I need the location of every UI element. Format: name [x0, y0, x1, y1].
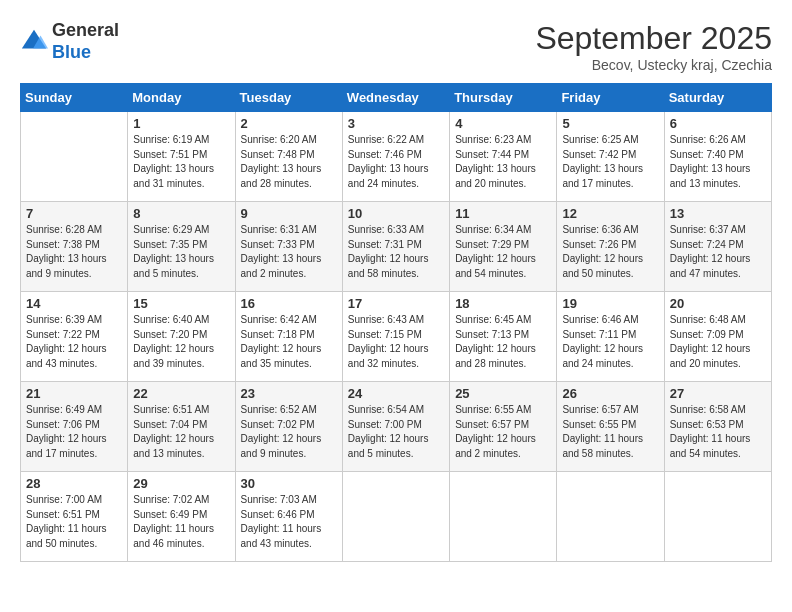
day-number: 21 — [26, 386, 122, 401]
day-number: 29 — [133, 476, 229, 491]
calendar-day-cell: 4Sunrise: 6:23 AMSunset: 7:44 PMDaylight… — [450, 112, 557, 202]
weekday-header: Friday — [557, 84, 664, 112]
calendar-day-cell: 18Sunrise: 6:45 AMSunset: 7:13 PMDayligh… — [450, 292, 557, 382]
calendar-day-cell: 5Sunrise: 6:25 AMSunset: 7:42 PMDaylight… — [557, 112, 664, 202]
calendar-day-cell: 30Sunrise: 7:03 AMSunset: 6:46 PMDayligh… — [235, 472, 342, 562]
day-info: Sunrise: 6:20 AMSunset: 7:48 PMDaylight:… — [241, 133, 337, 191]
calendar-week-row: 21Sunrise: 6:49 AMSunset: 7:06 PMDayligh… — [21, 382, 772, 472]
month-year: September 2025 — [535, 20, 772, 57]
calendar-day-cell: 23Sunrise: 6:52 AMSunset: 7:02 PMDayligh… — [235, 382, 342, 472]
day-number: 27 — [670, 386, 766, 401]
calendar-day-cell: 22Sunrise: 6:51 AMSunset: 7:04 PMDayligh… — [128, 382, 235, 472]
day-info: Sunrise: 6:33 AMSunset: 7:31 PMDaylight:… — [348, 223, 444, 281]
day-number: 19 — [562, 296, 658, 311]
weekday-header: Sunday — [21, 84, 128, 112]
day-number: 25 — [455, 386, 551, 401]
calendar-day-cell: 14Sunrise: 6:39 AMSunset: 7:22 PMDayligh… — [21, 292, 128, 382]
day-info: Sunrise: 6:45 AMSunset: 7:13 PMDaylight:… — [455, 313, 551, 371]
logo-icon — [20, 28, 48, 56]
weekday-header: Saturday — [664, 84, 771, 112]
calendar-day-cell: 17Sunrise: 6:43 AMSunset: 7:15 PMDayligh… — [342, 292, 449, 382]
day-number: 11 — [455, 206, 551, 221]
day-info: Sunrise: 6:57 AMSunset: 6:55 PMDaylight:… — [562, 403, 658, 461]
day-info: Sunrise: 6:52 AMSunset: 7:02 PMDaylight:… — [241, 403, 337, 461]
calendar-day-cell: 12Sunrise: 6:36 AMSunset: 7:26 PMDayligh… — [557, 202, 664, 292]
day-info: Sunrise: 6:40 AMSunset: 7:20 PMDaylight:… — [133, 313, 229, 371]
calendar-day-cell: 10Sunrise: 6:33 AMSunset: 7:31 PMDayligh… — [342, 202, 449, 292]
day-info: Sunrise: 6:49 AMSunset: 7:06 PMDaylight:… — [26, 403, 122, 461]
day-info: Sunrise: 6:36 AMSunset: 7:26 PMDaylight:… — [562, 223, 658, 281]
day-info: Sunrise: 7:03 AMSunset: 6:46 PMDaylight:… — [241, 493, 337, 551]
calendar-day-cell: 26Sunrise: 6:57 AMSunset: 6:55 PMDayligh… — [557, 382, 664, 472]
day-info: Sunrise: 6:22 AMSunset: 7:46 PMDaylight:… — [348, 133, 444, 191]
day-number: 12 — [562, 206, 658, 221]
calendar-day-cell: 27Sunrise: 6:58 AMSunset: 6:53 PMDayligh… — [664, 382, 771, 472]
calendar-week-row: 1Sunrise: 6:19 AMSunset: 7:51 PMDaylight… — [21, 112, 772, 202]
calendar-day-cell: 3Sunrise: 6:22 AMSunset: 7:46 PMDaylight… — [342, 112, 449, 202]
page-header: General Blue September 2025 Becov, Ustec… — [20, 20, 772, 73]
day-number: 30 — [241, 476, 337, 491]
weekday-header: Monday — [128, 84, 235, 112]
calendar-table: SundayMondayTuesdayWednesdayThursdayFrid… — [20, 83, 772, 562]
weekday-header: Wednesday — [342, 84, 449, 112]
day-info: Sunrise: 6:28 AMSunset: 7:38 PMDaylight:… — [26, 223, 122, 281]
day-info: Sunrise: 6:25 AMSunset: 7:42 PMDaylight:… — [562, 133, 658, 191]
day-number: 18 — [455, 296, 551, 311]
day-number: 7 — [26, 206, 122, 221]
day-number: 14 — [26, 296, 122, 311]
calendar-day-cell: 11Sunrise: 6:34 AMSunset: 7:29 PMDayligh… — [450, 202, 557, 292]
day-number: 2 — [241, 116, 337, 131]
calendar-day-cell: 21Sunrise: 6:49 AMSunset: 7:06 PMDayligh… — [21, 382, 128, 472]
day-info: Sunrise: 6:42 AMSunset: 7:18 PMDaylight:… — [241, 313, 337, 371]
day-number: 16 — [241, 296, 337, 311]
calendar-day-cell: 7Sunrise: 6:28 AMSunset: 7:38 PMDaylight… — [21, 202, 128, 292]
calendar-day-cell — [21, 112, 128, 202]
day-number: 20 — [670, 296, 766, 311]
day-info: Sunrise: 6:55 AMSunset: 6:57 PMDaylight:… — [455, 403, 551, 461]
day-number: 5 — [562, 116, 658, 131]
title-block: September 2025 Becov, Ustecky kraj, Czec… — [535, 20, 772, 73]
calendar-week-row: 7Sunrise: 6:28 AMSunset: 7:38 PMDaylight… — [21, 202, 772, 292]
calendar-header-row: SundayMondayTuesdayWednesdayThursdayFrid… — [21, 84, 772, 112]
weekday-header: Thursday — [450, 84, 557, 112]
calendar-day-cell — [450, 472, 557, 562]
day-number: 15 — [133, 296, 229, 311]
day-number: 9 — [241, 206, 337, 221]
day-info: Sunrise: 6:29 AMSunset: 7:35 PMDaylight:… — [133, 223, 229, 281]
day-info: Sunrise: 6:19 AMSunset: 7:51 PMDaylight:… — [133, 133, 229, 191]
day-number: 13 — [670, 206, 766, 221]
calendar-day-cell: 8Sunrise: 6:29 AMSunset: 7:35 PMDaylight… — [128, 202, 235, 292]
calendar-week-row: 14Sunrise: 6:39 AMSunset: 7:22 PMDayligh… — [21, 292, 772, 382]
calendar-day-cell: 13Sunrise: 6:37 AMSunset: 7:24 PMDayligh… — [664, 202, 771, 292]
day-info: Sunrise: 6:58 AMSunset: 6:53 PMDaylight:… — [670, 403, 766, 461]
day-info: Sunrise: 6:39 AMSunset: 7:22 PMDaylight:… — [26, 313, 122, 371]
calendar-day-cell: 15Sunrise: 6:40 AMSunset: 7:20 PMDayligh… — [128, 292, 235, 382]
calendar-day-cell: 9Sunrise: 6:31 AMSunset: 7:33 PMDaylight… — [235, 202, 342, 292]
calendar-day-cell: 20Sunrise: 6:48 AMSunset: 7:09 PMDayligh… — [664, 292, 771, 382]
day-number: 3 — [348, 116, 444, 131]
day-info: Sunrise: 6:43 AMSunset: 7:15 PMDaylight:… — [348, 313, 444, 371]
day-info: Sunrise: 6:46 AMSunset: 7:11 PMDaylight:… — [562, 313, 658, 371]
weekday-header: Tuesday — [235, 84, 342, 112]
calendar-day-cell: 16Sunrise: 6:42 AMSunset: 7:18 PMDayligh… — [235, 292, 342, 382]
day-number: 24 — [348, 386, 444, 401]
day-info: Sunrise: 6:48 AMSunset: 7:09 PMDaylight:… — [670, 313, 766, 371]
day-number: 17 — [348, 296, 444, 311]
day-number: 23 — [241, 386, 337, 401]
calendar-day-cell — [342, 472, 449, 562]
day-number: 10 — [348, 206, 444, 221]
calendar-day-cell: 24Sunrise: 6:54 AMSunset: 7:00 PMDayligh… — [342, 382, 449, 472]
day-info: Sunrise: 6:31 AMSunset: 7:33 PMDaylight:… — [241, 223, 337, 281]
calendar-day-cell: 1Sunrise: 6:19 AMSunset: 7:51 PMDaylight… — [128, 112, 235, 202]
calendar-day-cell — [557, 472, 664, 562]
day-info: Sunrise: 6:51 AMSunset: 7:04 PMDaylight:… — [133, 403, 229, 461]
day-number: 28 — [26, 476, 122, 491]
day-info: Sunrise: 6:34 AMSunset: 7:29 PMDaylight:… — [455, 223, 551, 281]
calendar-day-cell — [664, 472, 771, 562]
day-info: Sunrise: 7:02 AMSunset: 6:49 PMDaylight:… — [133, 493, 229, 551]
logo: General Blue — [20, 20, 119, 63]
day-info: Sunrise: 6:26 AMSunset: 7:40 PMDaylight:… — [670, 133, 766, 191]
calendar-week-row: 28Sunrise: 7:00 AMSunset: 6:51 PMDayligh… — [21, 472, 772, 562]
calendar-day-cell: 6Sunrise: 6:26 AMSunset: 7:40 PMDaylight… — [664, 112, 771, 202]
day-number: 1 — [133, 116, 229, 131]
